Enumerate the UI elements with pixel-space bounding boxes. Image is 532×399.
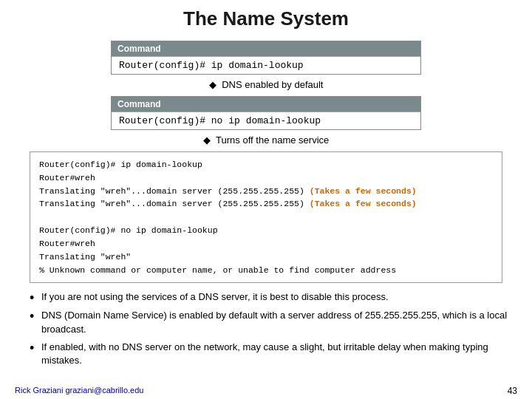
terminal-orange-1: (Takes a few seconds) xyxy=(310,186,417,196)
terminal-box: Router(config)# ip domain-lookup Router#… xyxy=(30,151,502,283)
terminal-line-7: Router#wreh xyxy=(39,237,493,250)
terminal-line-2: Router#wreh xyxy=(39,171,493,185)
page-title: The Name System xyxy=(0,0,532,36)
terminal-line-8: Translating "wreh" xyxy=(39,250,493,264)
note-text-1: DNS enabled by default xyxy=(222,79,323,90)
bullet-dot-2: • xyxy=(30,310,41,323)
terminal-line-4: Translating "wreh"...domain server (255.… xyxy=(39,197,493,211)
bullet-item-1: • If you are not using the services of a… xyxy=(30,290,510,304)
bullet-item-2: • DNS (Domain Name Service) is enabled b… xyxy=(30,309,510,335)
dns-note-1: ◆ DNS enabled by default xyxy=(0,79,532,90)
command-code-1: Router(config)# ip domain-lookup xyxy=(112,56,420,74)
bullet-dot-3: • xyxy=(30,341,41,355)
command-block-2: Command Router(config)# no ip domain-loo… xyxy=(111,96,421,130)
diamond-icon-2: ◆ xyxy=(203,134,211,146)
diamond-icon-1: ◆ xyxy=(209,79,216,90)
bullet-item-3: • If enabled, with no DNS server on the … xyxy=(30,341,510,367)
command-header-2: Command xyxy=(112,97,420,112)
terminal-line-9: % Unknown command or computer name, or u… xyxy=(39,264,493,277)
bullet-text-2: DNS (Domain Name Service) is enabled by … xyxy=(41,309,510,335)
command-block-1: Command Router(config)# ip domain-lookup xyxy=(111,41,421,75)
terminal-orange-2: (Takes a few seconds) xyxy=(310,199,417,208)
terminal-line-5 xyxy=(39,211,493,224)
note-text-2: Turns off the name service xyxy=(216,134,329,146)
footer-page: 43 xyxy=(508,386,517,396)
bullet-text-1: If you are not using the services of a D… xyxy=(41,290,510,304)
footer: Rick Graziani graziani@cabrillo.edu 43 xyxy=(0,386,532,396)
bullet-list: • If you are not using the services of a… xyxy=(22,290,510,367)
dns-note-2: ◆ Turns off the name service xyxy=(0,134,532,146)
terminal-line-1: Router(config)# ip domain-lookup xyxy=(39,158,493,171)
footer-author: Rick Graziani graziani@cabrillo.edu xyxy=(15,386,143,396)
command-code-2: Router(config)# no ip domain-lookup xyxy=(112,112,420,129)
terminal-line-6: Router(config)# no ip domain-lookup xyxy=(39,224,493,237)
bullet-text-3: If enabled, with no DNS server on the ne… xyxy=(41,341,510,367)
terminal-line-3: Translating "wreh"...domain server (255.… xyxy=(39,185,493,198)
command-header-1: Command xyxy=(112,41,420,56)
bullet-dot-1: • xyxy=(30,291,41,304)
